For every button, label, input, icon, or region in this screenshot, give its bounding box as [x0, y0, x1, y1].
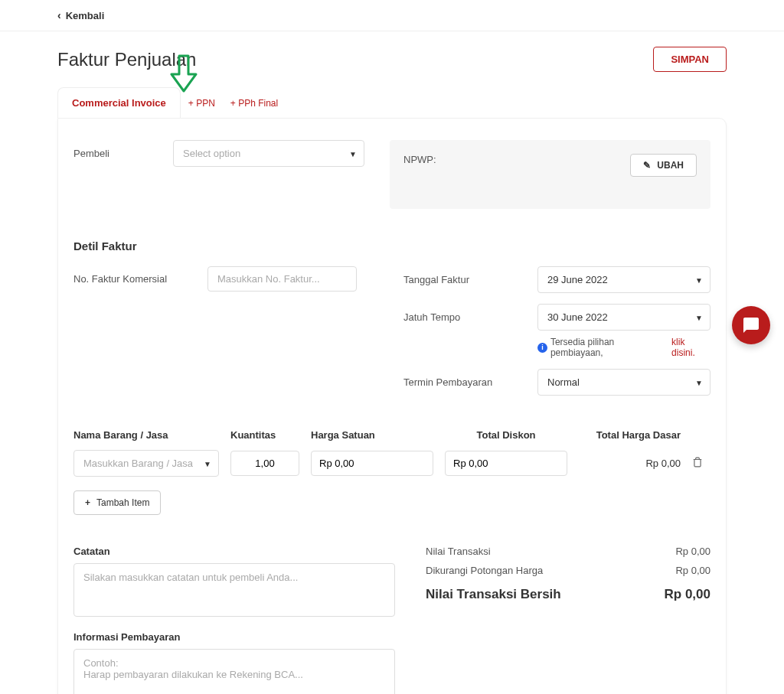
- info-icon: i: [537, 343, 547, 353]
- chat-bubble[interactable]: [732, 306, 770, 344]
- back-label: Kembali: [66, 10, 105, 21]
- tambah-label: Tambah Item: [96, 497, 149, 508]
- jatuh-tempo-label: Jatuh Tempo: [403, 311, 522, 323]
- col-diskon: Total Diskon: [445, 429, 567, 441]
- buyer-select[interactable]: Select option: [173, 140, 364, 167]
- bersih-value: Rp 0,00: [665, 587, 710, 602]
- buyer-label: Pembeli: [74, 148, 158, 159]
- arrow-annotation: [170, 54, 198, 95]
- tanggal-faktur-label: Tanggal Faktur: [403, 274, 522, 285]
- table-row: Masukkan Barang / Jasa ▼ Rp 0,00: [74, 450, 710, 477]
- row-total: Rp 0,00: [579, 458, 681, 469]
- save-button[interactable]: SIMPAN: [653, 47, 727, 72]
- item-select[interactable]: Masukkan Barang / Jasa: [74, 450, 219, 477]
- ubah-button[interactable]: ✎ UBAH: [630, 154, 697, 177]
- trash-icon[interactable]: [692, 458, 703, 470]
- nilai-transaksi-value: Rp 0,00: [675, 546, 710, 557]
- ubah-label: UBAH: [657, 160, 684, 171]
- tanggal-faktur-select[interactable]: 29 June 2022: [537, 266, 710, 293]
- npwp-label: NPWP:: [403, 154, 436, 165]
- col-kuantitas: Kuantitas: [230, 429, 299, 441]
- detail-faktur-title: Detil Faktur: [74, 239, 710, 253]
- harga-input[interactable]: [311, 451, 433, 476]
- bersih-label: Nilai Transaksi Bersih: [426, 587, 561, 602]
- plus-icon: +: [85, 497, 90, 508]
- no-faktur-input[interactable]: [207, 266, 357, 292]
- diskon-input[interactable]: [445, 451, 567, 476]
- catatan-textarea[interactable]: [74, 563, 395, 617]
- col-total: Total Harga Dasar: [579, 429, 681, 441]
- chevron-left-icon: ‹: [57, 9, 61, 21]
- edit-icon: ✎: [643, 160, 651, 171]
- termin-select[interactable]: Normal: [537, 369, 710, 396]
- tab-commercial-invoice[interactable]: Commercial Invoice: [57, 87, 181, 118]
- kuantitas-input[interactable]: [230, 451, 299, 476]
- tambah-item-button[interactable]: + Tambah Item: [74, 490, 161, 515]
- col-harga: Harga Satuan: [311, 429, 433, 441]
- tab-add-pph-final[interactable]: + PPh Final: [223, 89, 286, 118]
- financing-link[interactable]: klik disini.: [671, 337, 710, 358]
- potongan-label: Dikurangi Potongan Harga: [426, 565, 543, 576]
- info-pembayaran-textarea[interactable]: [74, 649, 395, 694]
- jatuh-tempo-select[interactable]: 30 June 2022: [537, 304, 710, 331]
- financing-info-text: Tersedia pilihan pembiayaan,: [550, 337, 668, 358]
- no-faktur-label: No. Faktur Komersial: [74, 273, 192, 285]
- info-pembayaran-label: Informasi Pembayaran: [74, 631, 395, 643]
- nilai-transaksi-label: Nilai Transaksi: [426, 546, 491, 557]
- potongan-value: Rp 0,00: [675, 565, 710, 576]
- col-nama: Nama Barang / Jasa: [74, 429, 219, 441]
- catatan-label: Catatan: [74, 546, 395, 557]
- termin-label: Termin Pembayaran: [403, 376, 522, 388]
- back-link[interactable]: ‹ Kembali: [57, 9, 104, 21]
- chat-icon: [742, 316, 760, 334]
